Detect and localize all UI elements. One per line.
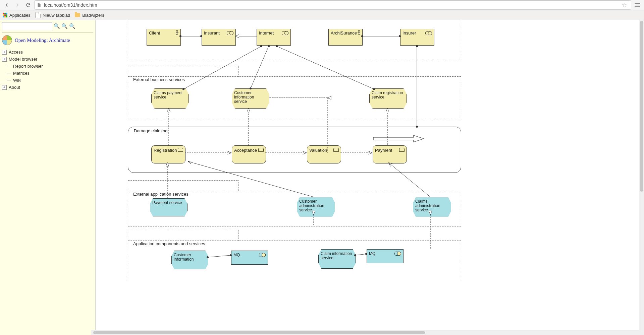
divider bbox=[2, 32, 93, 32]
sidebar-item-matrices[interactable]: Matrices bbox=[2, 70, 93, 77]
browser-toolbar: ☆ bbox=[0, 0, 644, 10]
tree-line-icon bbox=[7, 73, 11, 73]
diagram-canvas[interactable]: Client Insurant Internet ArchiSurance In… bbox=[96, 20, 639, 335]
search-input[interactable] bbox=[2, 22, 52, 30]
group-ext-app-label: External application services bbox=[132, 192, 190, 197]
sidebar-item-label: Model browser bbox=[9, 57, 37, 62]
diagram-canvas-wrap[interactable]: Client Insurant Internet ArchiSurance In… bbox=[96, 20, 644, 335]
role-icon bbox=[259, 253, 266, 257]
horizontal-scrollbar[interactable] bbox=[91, 330, 644, 335]
menu-button[interactable] bbox=[633, 0, 642, 10]
actor-icon bbox=[175, 30, 179, 37]
group-app-comp-label: Application components and services bbox=[132, 241, 207, 246]
sidebar-item-model-browser[interactable]: +Model browser bbox=[2, 56, 93, 63]
process-registration[interactable]: Registration bbox=[151, 145, 185, 163]
forward-button[interactable] bbox=[13, 0, 22, 10]
role-insurer[interactable]: Insurer bbox=[400, 29, 434, 46]
process-icon bbox=[258, 148, 264, 152]
comp-mq1[interactable]: MQ bbox=[231, 251, 268, 265]
scrollbar-thumb[interactable] bbox=[640, 21, 643, 192]
sidebar: 🔍 🔍 🔍 Open Modeling: Archimate +Access +… bbox=[0, 20, 96, 335]
process-valuation[interactable]: Valuation bbox=[307, 145, 341, 163]
app-logo-icon bbox=[2, 35, 12, 45]
bookmark-folder-label: Bladwijzers bbox=[82, 13, 104, 18]
page-icon bbox=[37, 3, 41, 7]
comp-claim-info[interactable]: Claim information service bbox=[318, 249, 356, 269]
comp-mq2[interactable]: MQ bbox=[367, 249, 404, 263]
actor-client[interactable]: Client bbox=[147, 29, 181, 46]
sidebar-search-row: 🔍 🔍 🔍 bbox=[2, 22, 93, 30]
service-label: Customer information service bbox=[234, 90, 254, 104]
bookmarks-bar: Applicaties Nieuw tabblad Bladwijzers bbox=[0, 10, 644, 20]
sidebar-item-wiki[interactable]: Wiki bbox=[2, 77, 93, 84]
actor-label: ArchiSurance bbox=[331, 30, 357, 36]
process-label: Payment bbox=[375, 148, 392, 153]
zoom-in-icon[interactable]: 🔍 bbox=[54, 23, 60, 29]
appsvc-cust-admin[interactable]: Customer administration service bbox=[297, 197, 335, 217]
service-claims-payment[interactable]: Claims payment service bbox=[151, 88, 189, 109]
appsvc-label: Claims administration service bbox=[415, 199, 440, 212]
comp-cust-info[interactable]: Customer information bbox=[171, 251, 208, 269]
app-title-link[interactable]: Open Modeling: Archimate bbox=[15, 38, 70, 43]
comp-label: MQ bbox=[233, 253, 240, 257]
flow-arrow-icon bbox=[373, 135, 426, 144]
group-app-comp-title bbox=[128, 230, 238, 241]
tree-line-icon bbox=[7, 66, 11, 66]
role-icon bbox=[394, 252, 401, 256]
expand-icon[interactable]: + bbox=[2, 50, 7, 55]
url-input[interactable] bbox=[43, 2, 618, 8]
page-icon bbox=[35, 12, 41, 18]
actor-label: Insurer bbox=[402, 30, 416, 36]
process-acceptance[interactable]: Acceptance bbox=[232, 145, 266, 163]
role-icon bbox=[282, 31, 288, 35]
sidebar-item-about[interactable]: +About bbox=[2, 84, 93, 91]
appsvc-label: Customer administration service bbox=[299, 199, 324, 212]
group-ext-bus-label: External business services bbox=[132, 77, 186, 82]
role-icon bbox=[425, 31, 432, 35]
service-claim-reg[interactable]: Claim registration service bbox=[369, 88, 407, 109]
comp-label: MQ bbox=[369, 251, 375, 256]
process-label: Registration bbox=[154, 148, 177, 153]
bookmark-star-icon[interactable]: ☆ bbox=[622, 1, 627, 9]
service-label: Claim registration service bbox=[372, 90, 403, 99]
sidebar-item-label: Matrices bbox=[13, 71, 30, 76]
group-ext-app-title bbox=[128, 180, 238, 191]
expand-icon[interactable]: + bbox=[2, 85, 7, 90]
reload-button[interactable] bbox=[23, 0, 33, 10]
bookmark-folder[interactable]: Bladwijzers bbox=[75, 13, 104, 18]
group-ext-bus-title bbox=[128, 66, 238, 77]
find-person-icon[interactable]: 🔍 bbox=[69, 23, 75, 29]
group-damage-label: Damage claiming bbox=[132, 128, 169, 133]
process-payment[interactable]: Payment bbox=[373, 145, 407, 163]
bookmark-new-tab[interactable]: Nieuw tabblad bbox=[35, 12, 70, 18]
tree-line-icon bbox=[7, 80, 11, 80]
sidebar-item-report-browser[interactable]: Report browser bbox=[2, 63, 93, 70]
process-icon bbox=[333, 148, 339, 152]
url-bar[interactable]: ☆ bbox=[34, 0, 631, 10]
actor-icon bbox=[357, 30, 361, 37]
role-icon bbox=[227, 31, 233, 35]
actor-label: Client bbox=[149, 30, 160, 36]
zoom-out-icon[interactable]: 🔍 bbox=[61, 23, 68, 29]
scrollbar-thumb[interactable] bbox=[93, 331, 425, 334]
bookmark-apps-label: Applicaties bbox=[9, 13, 31, 18]
actor-label: Insurant bbox=[204, 30, 220, 36]
appsvc-payment[interactable]: Payment service bbox=[150, 198, 187, 216]
svg-point-0 bbox=[176, 30, 178, 31]
folder-icon bbox=[75, 13, 80, 17]
app-title: Open Modeling: Archimate bbox=[2, 35, 93, 45]
service-cust-info[interactable]: Customer information service bbox=[232, 88, 269, 109]
sidebar-item-label: Wiki bbox=[13, 78, 21, 83]
bookmark-newtab-label: Nieuw tabblad bbox=[43, 13, 70, 18]
appsvc-claims-admin[interactable]: Claims administration service bbox=[413, 197, 451, 217]
bookmark-apps[interactable]: Applicaties bbox=[3, 13, 31, 18]
role-insurant[interactable]: Insurant bbox=[202, 29, 236, 46]
expand-icon[interactable]: + bbox=[2, 57, 7, 62]
process-icon bbox=[399, 148, 405, 152]
back-button[interactable] bbox=[2, 0, 11, 10]
vertical-scrollbar[interactable] bbox=[639, 19, 644, 330]
sidebar-item-label: Access bbox=[9, 50, 23, 55]
sidebar-item-access[interactable]: +Access bbox=[2, 49, 93, 56]
role-internet[interactable]: Internet bbox=[257, 29, 291, 46]
actor-archisurance[interactable]: ArchiSurance bbox=[328, 29, 363, 46]
